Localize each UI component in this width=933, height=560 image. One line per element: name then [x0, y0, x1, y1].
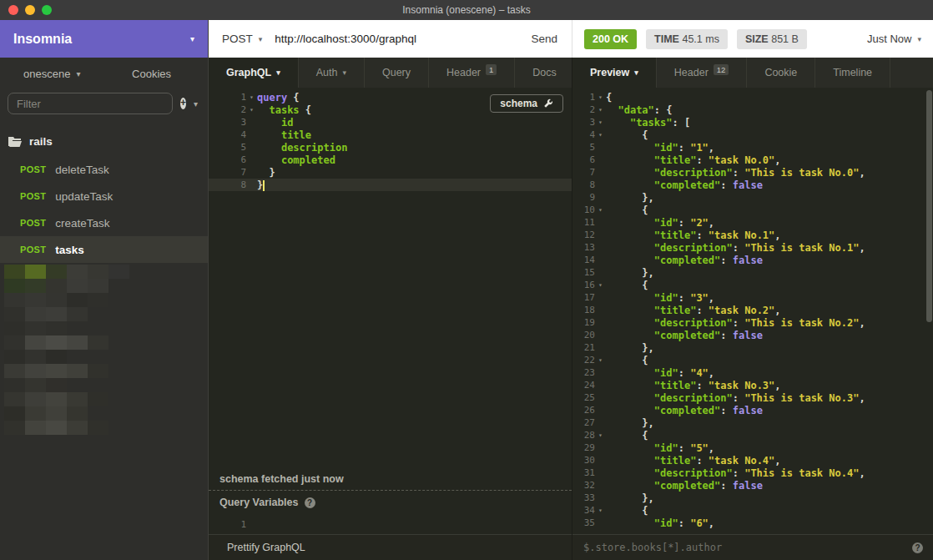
redacted-cell: [46, 279, 67, 293]
url-input[interactable]: [275, 33, 531, 45]
code-text: "completed": false: [606, 179, 763, 191]
response-tab-preview[interactable]: Preview▾: [572, 58, 657, 88]
code-line: 8}: [209, 179, 572, 191]
line-number: 22: [572, 355, 595, 366]
response-body-viewer[interactable]: 1▾{2▾ "data": {3▾ "tasks": [4▾ {5 "id": …: [572, 88, 933, 534]
code-line: 35 "id": "6",: [572, 517, 933, 529]
code-text: }: [257, 179, 265, 191]
request-method: POST: [20, 191, 46, 201]
line-number: 32: [572, 480, 595, 491]
response-tab-cookie[interactable]: Cookie: [747, 58, 815, 88]
folder-rails[interactable]: rails: [0, 131, 208, 151]
add-request-button[interactable]: +: [180, 98, 186, 109]
zoom-button[interactable]: [42, 5, 52, 15]
fold-arrow-icon[interactable]: ▾: [246, 106, 257, 114]
redacted-row: [4, 293, 208, 307]
fold-arrow-icon[interactable]: ▾: [595, 356, 606, 364]
code-line: 5 "id": "1",: [572, 141, 933, 154]
redacted-cell: [88, 364, 108, 378]
line-number: 7: [572, 167, 595, 178]
close-button[interactable]: [8, 5, 18, 15]
help-icon[interactable]: ?: [305, 497, 315, 508]
redacted-cell: [25, 421, 46, 435]
tab-label: Header: [674, 67, 709, 78]
redacted-cell: [67, 293, 88, 307]
code-line: 3 id: [209, 116, 572, 129]
redacted-cell: [25, 307, 46, 321]
schema-button-label: schema: [500, 98, 537, 109]
fold-arrow-icon[interactable]: ▾: [595, 93, 606, 101]
request-name: updateTask: [55, 190, 113, 203]
help-icon[interactable]: ?: [912, 542, 923, 553]
redacted-cell: [88, 392, 108, 406]
redacted-cell: [4, 350, 25, 364]
redacted-cell: [88, 307, 108, 321]
chevron-down-icon[interactable]: ▾: [194, 99, 198, 108]
line-number: 8: [209, 179, 246, 190]
redacted-cell: [108, 350, 129, 364]
request-tab-query[interactable]: Query: [365, 58, 429, 88]
history-label: Just Now: [867, 33, 911, 45]
request-tab-header[interactable]: Header1: [429, 58, 515, 88]
request-tab-docs[interactable]: Docs: [515, 58, 574, 88]
code-text: },: [606, 417, 654, 429]
cookies-button[interactable]: Cookies: [132, 68, 171, 80]
app-menu-button[interactable]: Insomnia ▾: [0, 20, 208, 58]
redacted-cell: [88, 421, 108, 435]
redacted-row: [4, 392, 208, 406]
fold-arrow-icon[interactable]: ▾: [595, 431, 606, 439]
line-number: 9: [572, 192, 595, 203]
folder-open-icon: [8, 136, 22, 147]
line-number: 25: [572, 392, 595, 403]
code-line: 33 },: [572, 492, 933, 504]
request-tab-graphql[interactable]: GraphQL▾: [209, 58, 299, 88]
history-dropdown[interactable]: Just Now ▾: [867, 33, 921, 45]
send-button[interactable]: Send: [531, 33, 557, 45]
fold-arrow-icon[interactable]: ▾: [595, 507, 606, 514]
code-line: 22▾ {: [572, 354, 933, 366]
code-line: 30 "title": "task No.4",: [572, 454, 933, 467]
tab-label: GraphQL: [226, 67, 271, 78]
prettify-button[interactable]: Prettify GraphQL: [209, 542, 305, 553]
redacted-cell: [4, 307, 25, 321]
request-name: tasks: [55, 244, 84, 256]
sidebar-filter-input[interactable]: [8, 93, 173, 114]
redacted-cell: [25, 321, 46, 335]
request-item-createTask[interactable]: POSTcreateTask: [0, 209, 208, 236]
method-dropdown[interactable]: POST ▾: [222, 33, 262, 45]
response-tab-header[interactable]: Header12: [657, 58, 748, 88]
response-filter-input[interactable]: [572, 542, 912, 553]
line-number: 21: [572, 342, 595, 353]
request-tab-auth[interactable]: Auth▾: [299, 58, 365, 88]
scrollbar-thumb[interactable]: [926, 90, 932, 322]
fold-arrow-icon[interactable]: ▾: [595, 206, 606, 214]
variables-editor[interactable]: 1: [209, 514, 572, 534]
request-item-deleteTask[interactable]: POSTdeleteTask: [0, 156, 208, 183]
redacted-row: [4, 350, 208, 364]
code-text: completed: [257, 154, 335, 166]
code-line: 17 "id": "3",: [572, 291, 933, 304]
request-name: createTask: [55, 217, 109, 230]
redacted-cell: [88, 279, 108, 293]
request-item-tasks[interactable]: POSTtasks: [0, 236, 208, 263]
fold-arrow-icon[interactable]: ▾: [595, 106, 606, 114]
line-number: 3: [572, 117, 595, 128]
code-text: "id": "1",: [606, 142, 714, 154]
fold-arrow-icon[interactable]: ▾: [246, 93, 257, 101]
fold-arrow-icon[interactable]: ▾: [595, 131, 606, 139]
redacted-cell: [46, 406, 67, 421]
schema-button[interactable]: schema: [490, 94, 563, 113]
code-text: "description": "This is task No.3",: [606, 392, 865, 404]
code-line: 15 },: [572, 266, 933, 279]
minimize-button[interactable]: [25, 5, 35, 15]
code-text: {: [606, 505, 648, 517]
response-tab-timeline[interactable]: Timeline: [815, 58, 890, 88]
code-line: 27 },: [572, 416, 933, 429]
fold-arrow-icon[interactable]: ▾: [595, 119, 606, 126]
graphql-editor[interactable]: schema 1▾query {2▾ tasks {3 id4 title5 d…: [209, 88, 572, 471]
fold-arrow-icon[interactable]: ▾: [595, 281, 606, 289]
line-number: 16: [572, 280, 595, 290]
code-text: "id": "3",: [606, 292, 714, 304]
request-item-updateTask[interactable]: POSTupdateTask: [0, 183, 208, 209]
workspace-dropdown[interactable]: onescene ▾: [23, 68, 80, 80]
